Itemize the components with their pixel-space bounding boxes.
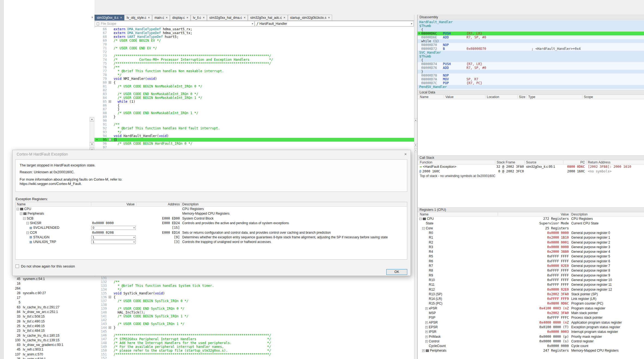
- fold-expand-icon[interactable]: +: [109, 138, 111, 141]
- code-line[interactable]: 147/* STM32G0xx Peripheral Interrupt Han…: [95, 337, 414, 341]
- expand-icon[interactable]: +: [425, 340, 428, 343]
- register-row[interactable]: R80xFFFF FFFFGeneral purpose register 8: [418, 268, 644, 273]
- collapse-icon[interactable]: −: [23, 217, 26, 220]
- exception-register-row[interactable]: −PeripheralsMemory-Mapped CPU Registers: [16, 211, 407, 216]
- file-scope-dropdown[interactable]: File Scope ▾: [95, 21, 254, 26]
- code-line[interactable]: 85+ while (1): [95, 100, 414, 104]
- table-column-headers[interactable]: NameValueAddressDescription: [16, 202, 407, 207]
- disassembly-line[interactable]: {: [418, 58, 644, 62]
- local-data-column-headers[interactable]: NameValueLocationSizeTypeScope: [418, 95, 644, 99]
- disassembly-line[interactable]: SVC_Handler: [418, 51, 644, 54]
- code-line[interactable]: 138: [95, 303, 414, 307]
- register-row[interactable]: +xPSR0x4100 0003 (nZProgram status regis…: [418, 306, 644, 311]
- tab-close-icon[interactable]: ×: [244, 16, 245, 20]
- exception-register-row[interactable]: −SHCSR0x0000 0000E000 ED24Controls and p…: [16, 221, 407, 226]
- code-line[interactable]: 77 * @brief This function handles Non ma…: [95, 69, 414, 73]
- code-line[interactable]: 141 /* USER CODE BEGIN SysTick_IRQn 1 */: [95, 314, 414, 318]
- disassembly-line[interactable]: 08000D76 ADD R7, SP, #0: [418, 66, 644, 70]
- code-line[interactable]: 80+{: [95, 81, 414, 84]
- code-line[interactable]: 84 /* USER CODE BEGIN NonMaskableInt_IRQ…: [95, 96, 414, 100]
- exception-register-row[interactable]: −CCR0x0000 0208E000 ED14Sets or returns …: [16, 230, 407, 235]
- checkbox-icon[interactable]: [16, 264, 19, 268]
- register-row[interactable]: R90xFFFF FFFFGeneral purpose register 9: [418, 273, 644, 278]
- call-stack-panel-header[interactable]: Call Stack: [418, 155, 644, 160]
- profile-row[interactable]: 33lv_tlsf.c:508:15: [4, 314, 95, 319]
- code-line[interactable]: 140 HAL_IncTick();: [95, 311, 414, 314]
- disassembly-line[interactable]: }: [418, 70, 644, 74]
- register-row[interactable]: R00x0000 0000General purpose register 0: [418, 231, 644, 235]
- profile-row[interactable]: 5: [4, 300, 95, 305]
- code-line[interactable]: 142: [95, 318, 414, 322]
- register-row[interactable]: +APSR0x4000 0000 (nZApplication program …: [418, 320, 644, 325]
- code-line[interactable]: 136+{: [95, 295, 414, 299]
- code-line[interactable]: 86 {: [95, 104, 414, 107]
- profile-row[interactable]: 25lv_tlsf.c:496:15: [4, 324, 95, 328]
- profile-row[interactable]: 28lv_tlsf.c:490:15: [4, 319, 95, 324]
- register-row[interactable]: −Core25 Registers: [418, 226, 644, 231]
- fold-expand-icon[interactable]: +: [109, 81, 111, 84]
- code-line[interactable]: 75/*************************************…: [95, 62, 414, 65]
- expand-icon[interactable]: +: [425, 321, 428, 324]
- profile-row[interactable]: 17: [4, 296, 95, 300]
- code-line[interactable]: 72: [95, 50, 414, 54]
- tab-close-icon[interactable]: ×: [203, 16, 205, 20]
- code-line[interactable]: 145: [95, 330, 414, 333]
- registers-panel-header[interactable]: Registers 1 (CPU): [418, 207, 644, 212]
- register-row[interactable]: R110xFFFF FFFFGeneral purpose register 1…: [418, 282, 644, 287]
- function-dropdown[interactable]: ƒ HardFault_Handler ▾: [255, 21, 414, 26]
- code-line[interactable]: 135void SysTick_Handler(void): [95, 291, 414, 295]
- tab-close-icon[interactable]: ×: [148, 16, 150, 20]
- value-dropdown[interactable]: 1▾: [91, 235, 136, 239]
- profile-row[interactable]: 264: [4, 286, 95, 291]
- disassembly-panel-header[interactable]: Disassembly: [418, 15, 644, 20]
- collapse-icon[interactable]: −: [17, 208, 19, 210]
- profile-row[interactable]: 23lv_tlsf.c:484:15: [4, 328, 95, 333]
- register-row[interactable]: −CPU272 RegistersCPU Registers: [418, 217, 644, 221]
- code-line[interactable]: 94void HardFault_Handler(void): [95, 134, 414, 138]
- register-row[interactable]: StateSupervisor ModeCurrent CPU State: [418, 221, 644, 226]
- editor-tab[interactable]: startup_stm32g0b1kctx.s×: [288, 15, 332, 20]
- collapse-icon[interactable]: −: [26, 222, 29, 224]
- register-row[interactable]: +PriMask0x0000 0000 (p)Priority mask reg…: [418, 334, 644, 339]
- profile-row[interactable]: 84lv_draw_sw_arc.c:251:1: [4, 310, 95, 314]
- register-row[interactable]: CycleCount0x0000 0000Cycle count: [418, 344, 644, 348]
- code-line[interactable]: 93 */: [95, 130, 414, 134]
- disassembly-line[interactable]: 08000D72 B 0x08000D70 ; <HardFault_Handl…: [418, 47, 644, 51]
- code-line[interactable]: 70: [95, 42, 414, 46]
- code-line[interactable]: 137 /* USER CODE BEGIN SysTick_IRQn 0 */: [95, 299, 414, 303]
- profile-row[interactable]: 83lv_draw_sw_gradient.c:93:1: [4, 343, 95, 347]
- code-line[interactable]: 144+}: [95, 326, 414, 330]
- dialog-close-icon[interactable]: ×: [404, 152, 407, 156]
- code-line[interactable]: 74/* Cortex-M0+ Processor Interruption a…: [95, 58, 414, 62]
- code-line[interactable]: 152: [95, 356, 414, 359]
- code-line[interactable]: 71/* USER CODE END EV */: [95, 46, 414, 50]
- disassembly-line[interactable]: $Thumb: [418, 54, 644, 58]
- code-line[interactable]: 146/************************************…: [95, 333, 414, 337]
- tab-close-icon[interactable]: ×: [328, 16, 330, 20]
- disassembly-line[interactable]: {: [418, 28, 644, 32]
- disassembly-line[interactable]: 08000D6E ADD R7, SP, #0: [418, 35, 644, 39]
- exception-register-row[interactable]: −SCBE000 ED00System Control Block: [16, 216, 407, 221]
- message-link[interactable]: https://wiki.segger.com/Cortex-M_Fault.: [20, 182, 403, 186]
- code-line[interactable]: 143 /* USER CODE END SysTick_IRQn 1 */: [95, 322, 414, 326]
- code-line[interactable]: 67extern DMA_HandleTypeDef hdma_usart5_t…: [95, 31, 414, 35]
- code-line[interactable]: 97: [95, 145, 414, 149]
- tab-close-icon[interactable]: ×: [284, 16, 285, 20]
- scroll-down-icon[interactable]: ▼: [414, 143, 417, 147]
- fold-expand-icon[interactable]: +: [109, 100, 111, 103]
- editor-tab[interactable]: stm32g0xx_hal_adc.c×: [248, 15, 287, 20]
- call-stack-column-headers[interactable]: FunctionStack FrameSourcePCReturn Addres…: [418, 160, 644, 165]
- fold-expand-icon[interactable]: +: [109, 296, 111, 298]
- code-line[interactable]: 149/* For the available peripheral inter…: [95, 345, 414, 349]
- profile-row[interactable]: 45lv_refr.c:903:1: [4, 347, 95, 352]
- code-line[interactable]: 79void NMI_Handler(void): [95, 77, 414, 81]
- register-row[interactable]: R10x2000 1B10General purpose register 1: [418, 235, 644, 240]
- register-row[interactable]: PSP0xFFFF FFFCProcess stack pointer: [418, 315, 644, 320]
- code-line[interactable]: 134 */: [95, 288, 414, 291]
- disassembly-line[interactable]: while (1): [418, 39, 644, 43]
- code-line[interactable]: 131: [95, 276, 414, 280]
- code-line[interactable]: 92 * @brief This function handles Hard f…: [95, 126, 414, 130]
- code-line[interactable]: 66extern DMA_HandleTypeDef hdma_usart5_r…: [95, 27, 414, 31]
- fold-expand-icon[interactable]: +: [109, 326, 111, 329]
- code-line[interactable]: 73/*************************************…: [95, 54, 414, 58]
